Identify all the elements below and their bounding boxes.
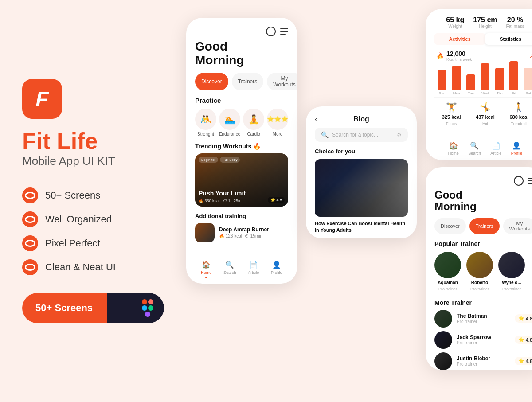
search-placeholder: Search for a topic... bbox=[332, 132, 393, 138]
star-icon-3: ⭐ bbox=[518, 358, 524, 364]
trainer-tab-workouts[interactable]: My Workouts bbox=[503, 218, 532, 234]
stats-profile-icon: 👤 bbox=[512, 141, 521, 150]
stat-fat-label: Fat mass bbox=[506, 24, 524, 29]
cta-button[interactable]: 50+ Screens bbox=[22, 293, 164, 323]
trainer-bieber[interactable]: Justin Bieber Pro trainer ⭐ 4.8 bbox=[434, 352, 532, 370]
sparrow-role: Pro trainer bbox=[457, 340, 510, 345]
wyne-role: Pro trainer bbox=[502, 287, 521, 291]
app-icon: F bbox=[22, 79, 62, 119]
search-icon: 🔍 bbox=[225, 260, 235, 269]
bar-wed: Wed bbox=[479, 63, 491, 95]
stats-profile-label: Profile bbox=[511, 151, 523, 156]
sparrow-info: Jack Sparrow Pro trainer bbox=[457, 334, 510, 345]
bar-wed-label: Wed bbox=[481, 91, 489, 95]
trainer-sparrow[interactable]: Jack Sparrow Pro trainer ⭐ 4.8 bbox=[434, 331, 532, 349]
wyne-avatar bbox=[498, 252, 525, 278]
stats-nav-home[interactable]: 🏠 Home bbox=[448, 141, 459, 156]
tab-discover[interactable]: Discover bbox=[195, 73, 228, 90]
practice-label-strength: Strenght bbox=[197, 132, 214, 137]
stat-height-label: Height bbox=[473, 24, 497, 29]
batman-role: Pro trainer bbox=[457, 319, 510, 324]
bar-sat-rect bbox=[524, 68, 532, 90]
more-trainer-title: More Trainer bbox=[426, 297, 532, 310]
chart-expand-icon[interactable]: ↗ bbox=[529, 52, 532, 59]
aquaman-role: Pro trainer bbox=[438, 287, 457, 291]
trainer-tab-discover[interactable]: Discover bbox=[434, 218, 466, 234]
nav-profile[interactable]: 👤 Profile bbox=[271, 260, 282, 278]
trainer-wyne[interactable]: Wyne d... Pro trainer bbox=[498, 252, 525, 291]
trending-card[interactable]: Beginner Full Body Push Your Limit 🔥 350… bbox=[195, 153, 288, 207]
tab-my-workouts[interactable]: My Workouts bbox=[267, 73, 297, 90]
stats-article-icon: 📄 bbox=[491, 141, 501, 150]
practice-item-strength[interactable]: 🤼 Strenght bbox=[195, 109, 216, 137]
eye-icon-1 bbox=[22, 187, 38, 203]
workout-treadmill-icon: 🚶 bbox=[513, 102, 524, 113]
bar-mon: Mon bbox=[450, 66, 462, 95]
tab-activities[interactable]: Activities bbox=[434, 33, 485, 45]
phone-blog: ‹ Blog 🔍 Search for a topic... ⚙ Choice … bbox=[306, 106, 417, 238]
stat-height: 175 cm Height bbox=[473, 16, 497, 29]
practice-item-endurance[interactable]: 🏊 Endurance bbox=[219, 109, 240, 137]
figma-logo bbox=[131, 293, 164, 323]
search-icon-blog: 🔍 bbox=[321, 131, 329, 138]
feature-text-2: Well Organized bbox=[45, 214, 112, 225]
trainer-tab-trainers[interactable]: Trainers bbox=[469, 218, 500, 234]
trainer-roberto[interactable]: Roberto Pro trainer bbox=[466, 252, 493, 291]
trainer-menu-icon[interactable] bbox=[528, 178, 532, 184]
roberto-name: Roberto bbox=[471, 280, 488, 285]
trainer-search-circle[interactable] bbox=[514, 176, 524, 186]
workout-icons-row: 🏋️ 325 kcal Focus 🤸 437 kcal Hiit 🚶 680 … bbox=[434, 97, 532, 130]
feature-item: 50+ Screens bbox=[22, 187, 164, 203]
additional-item[interactable]: Deep Amrap Burner 🔥 126 kcal ⏱ 15min bbox=[195, 223, 288, 242]
bieber-rating-val: 4.8 bbox=[526, 359, 532, 364]
workout-hiit: 🤸 437 kcal Hiit bbox=[476, 102, 495, 126]
nav-profile-label: Profile bbox=[271, 270, 282, 275]
workout-hiit-icon: 🤸 bbox=[480, 102, 491, 113]
nav-search[interactable]: 🔍 Search bbox=[223, 260, 236, 278]
practice-item-cardio[interactable]: 🧘 Cardio bbox=[243, 109, 264, 137]
trending-rating: ⭐ 4.8 bbox=[268, 197, 285, 203]
stats-nav-search[interactable]: 🔍 Search bbox=[468, 141, 481, 156]
trainer-phone-header bbox=[426, 167, 532, 189]
bar-fri-label: Fri bbox=[512, 91, 516, 95]
nav-article[interactable]: 📄 Article bbox=[248, 260, 259, 278]
workout-hiit-label: Hiit bbox=[482, 121, 488, 126]
left-panel: F Fit Life Mobile App UI KIT 50+ Screens… bbox=[0, 0, 186, 402]
blog-image bbox=[315, 159, 408, 217]
bieber-role: Pro trainer bbox=[457, 362, 510, 367]
bieber-rating: ⭐ 4.8 bbox=[515, 357, 532, 365]
search-circle-icon[interactable] bbox=[266, 27, 276, 36]
practice-item-more[interactable]: ⭐⭐⭐ More bbox=[267, 109, 288, 137]
back-button[interactable]: ‹ bbox=[315, 115, 317, 123]
trainers-phone: GoodMorning Discover Trainers My Workout… bbox=[426, 167, 532, 370]
stats-nav-profile[interactable]: 👤 Profile bbox=[511, 141, 523, 156]
workout-focus-icon: 🏋️ bbox=[446, 102, 457, 113]
tab-statistics[interactable]: Statistics bbox=[485, 33, 532, 45]
kcal-info: 🔥 12,000 Kcal this week bbox=[436, 50, 472, 62]
tab-trainers[interactable]: Trainers bbox=[232, 73, 264, 90]
bar-sun-rect bbox=[438, 70, 446, 90]
tag-full-body: Full Body bbox=[220, 157, 240, 163]
filter-icon[interactable]: ⚙ bbox=[397, 132, 402, 138]
brand-name: Fit Life bbox=[22, 129, 164, 152]
trending-bg-image: Beginner Full Body Push Your Limit 🔥 350… bbox=[195, 153, 288, 207]
additional-meta: 🔥 126 kcal ⏱ 15min bbox=[219, 234, 269, 238]
menu-icon[interactable] bbox=[280, 28, 288, 35]
stats-nav-article[interactable]: 📄 Article bbox=[490, 141, 501, 156]
article-icon: 📄 bbox=[249, 260, 258, 269]
nav-home[interactable]: 🏠 Home bbox=[201, 260, 211, 278]
trainer-aquaman[interactable]: Aquaman Pro trainer bbox=[434, 252, 461, 291]
stat-height-value: 175 cm bbox=[473, 16, 497, 24]
trending-header: Trending Workouts 🔥 bbox=[186, 143, 297, 153]
kcal-num: 12,000 bbox=[446, 50, 472, 57]
search-bar[interactable]: 🔍 Search for a topic... ⚙ bbox=[315, 128, 408, 142]
batman-rating-val: 4.8 bbox=[526, 316, 532, 321]
trainer-batman[interactable]: The Batman Pro trainer ⭐ 4.8 bbox=[434, 310, 532, 328]
blog-header: ‹ Blog bbox=[306, 106, 417, 128]
stat-fat: 20 % Fat mass bbox=[506, 16, 524, 29]
practice-label-cardio: Cardio bbox=[247, 132, 260, 137]
bar-wed-rect bbox=[481, 63, 489, 90]
tag-beginner: Beginner bbox=[199, 157, 218, 163]
stats-home-label: Home bbox=[448, 151, 459, 156]
sparrow-rating: ⭐ 4.8 bbox=[515, 336, 532, 344]
